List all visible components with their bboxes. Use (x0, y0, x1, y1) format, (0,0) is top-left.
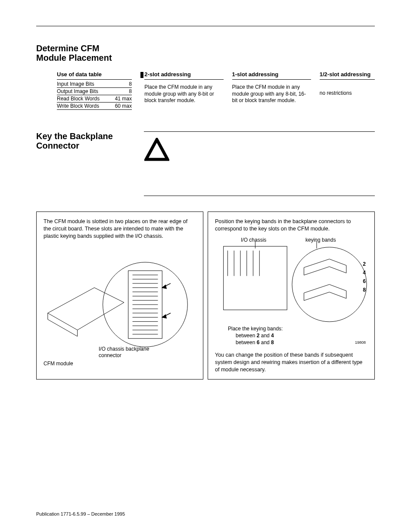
svg-marker-23 (162, 285, 166, 288)
one-slot-body: Place the CFM module in any module group… (232, 84, 311, 104)
heading-key-backplane: Key the Backplane Connector (36, 131, 135, 150)
two-slot-header: 2-slot addressing (144, 71, 223, 80)
heading-col: Determine CFM Module Placement (36, 44, 122, 62)
t: between (236, 333, 257, 339)
keying-bands-diagram (215, 237, 367, 349)
row-label: Write Block Words (57, 103, 99, 109)
svg-rect-26 (224, 246, 287, 310)
svg-marker-0 (146, 140, 168, 159)
label-keying-bands: keying bands (305, 237, 336, 243)
diagram-box-left: The CFM module is slotted in two places … (36, 212, 203, 380)
data-table-header: Use of data table (57, 71, 132, 80)
page: Determine CFM Module Placement Use of da… (0, 0, 411, 532)
heading-col: Key the Backplane Connector (36, 131, 135, 196)
table-row: Read Block Words 41 max (57, 95, 132, 103)
row-value: 8 (129, 81, 132, 87)
place-keying-bands-heading: Place the keying bands: (228, 326, 283, 332)
attention-triangle-icon (144, 136, 170, 184)
attention-text (177, 136, 375, 184)
two-slot-column: 2-slot addressing Place the CFM module i… (144, 71, 223, 104)
scale-number: 4 (363, 270, 366, 276)
t: and (259, 339, 271, 345)
heading-cfm-placement: Determine CFM Module Placement (36, 44, 122, 62)
row-value: 60 max (115, 103, 132, 109)
half-slot-header: 1/2-slot addressing (320, 71, 375, 80)
t: between (236, 339, 257, 345)
diagram-right-footnote: You can change the position of these ban… (215, 352, 367, 373)
publication-number: Publication 1771-6.5.99 – December 1995 (36, 511, 125, 516)
half-slot-body: no restrictions (320, 90, 375, 97)
diagram-box-right: Position the keying bands in the backpla… (208, 212, 375, 380)
diagram-right-intro: Position the keying bands in the backpla… (215, 218, 367, 233)
label-io-chassis: I/O chassis (241, 237, 266, 243)
diagram-right-area: I/O chassis keying bands 2 4 6 8 Place t… (215, 237, 367, 349)
row-label: Read Block Words (57, 96, 100, 102)
label-io-chassis-connector: I/O chassis backplane connector (99, 346, 159, 359)
section-cfm-placement: Determine CFM Module Placement (36, 44, 375, 62)
row-label: Input Image Bits (57, 81, 94, 87)
attention-box (144, 131, 375, 196)
section-key-backplane: Key the Backplane Connector (36, 131, 375, 196)
t: and (259, 333, 271, 339)
one-slot-header: 1-slot addressing (232, 71, 311, 80)
row-value: 41 max (115, 96, 132, 102)
header-bullet (140, 72, 143, 78)
svg-line-4 (48, 319, 78, 336)
table-row: Write Block Words 60 max (57, 103, 132, 110)
half-slot-column: 1/2-slot addressing no restrictions (320, 71, 375, 97)
scale-number: 6 (363, 278, 366, 285)
table-row: Input Image Bits 8 (57, 81, 132, 88)
placement-table: Use of data table Input Image Bits 8 Out… (57, 71, 375, 110)
diagram-left-intro: The CFM module is slotted in two places … (44, 218, 196, 240)
two-slot-body: Place the CFM module in any module group… (144, 84, 223, 104)
svg-marker-25 (162, 314, 166, 318)
diagram-left-area: I/O chassis backplane connector CFM modu… (44, 244, 196, 369)
one-slot-column: 1-slot addressing Place the CFM module i… (232, 71, 311, 104)
label-cfm-module: CFM module (44, 361, 73, 367)
table-row: Output Image Bits 8 (57, 88, 132, 95)
diagram-row: The CFM module is slotted in two places … (36, 212, 375, 380)
data-table: Use of data table Input Image Bits 8 Out… (57, 71, 132, 110)
num: 4 (271, 333, 274, 339)
svg-marker-1 (48, 287, 124, 330)
scale-number: 8 (363, 287, 366, 293)
top-rule (36, 26, 375, 26)
row-label: Output Image Bits (57, 88, 98, 94)
place-keying-line1: between 2 and 4 (236, 333, 274, 339)
figure-number: 19808 (355, 340, 366, 345)
num: 8 (271, 339, 274, 345)
row-value: 8 (129, 88, 132, 94)
scale-number: 2 (363, 261, 366, 268)
place-keying-line2: between 6 and 8 (236, 339, 274, 346)
